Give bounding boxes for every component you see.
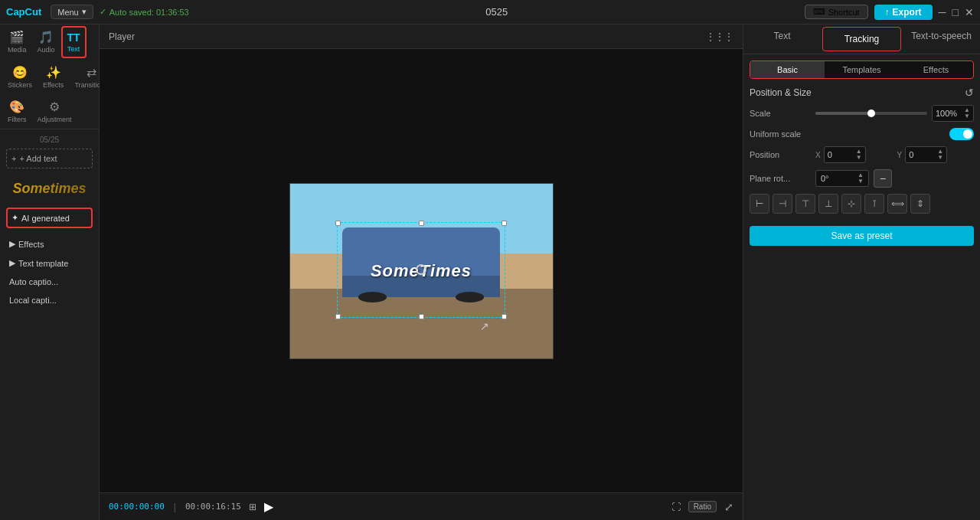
- scale-value: 100% ▲ ▼: [932, 105, 974, 122]
- distribute-h[interactable]: ⟺: [887, 194, 907, 214]
- autosave-status: ✓ Auto saved: 01:36:53: [100, 7, 189, 17]
- main-area: 🎬 Media 🎵 Audio TT Text 😊 Stickers ✨ Eff…: [0, 25, 980, 520]
- menu-button[interactable]: Menu ▾: [51, 5, 93, 19]
- uniform-scale-toggle[interactable]: [949, 128, 974, 140]
- plane-down[interactable]: ▼: [858, 178, 864, 185]
- distribute-v[interactable]: ⇕: [910, 194, 930, 214]
- menu-dropdown-icon: ▾: [82, 7, 87, 17]
- scale-slider[interactable]: [815, 112, 927, 115]
- auto-caption-item[interactable]: Auto captio...: [6, 273, 93, 291]
- align-top[interactable]: ⊥: [818, 194, 838, 214]
- preview-area: SomeTimes ↗: [100, 49, 743, 492]
- uniform-scale-label: Uniform scale: [750, 129, 949, 139]
- sub-tab-effects[interactable]: Effects: [899, 61, 973, 78]
- uniform-scale-row: Uniform scale: [750, 128, 974, 140]
- rotation-handle[interactable]: [416, 264, 426, 275]
- nav-text[interactable]: TT Text: [61, 26, 87, 58]
- minimize-button[interactable]: ─: [939, 6, 946, 18]
- video-background: SomeTimes ↗: [290, 184, 553, 358]
- save-preset-button[interactable]: Save as preset: [750, 226, 974, 246]
- tab-text[interactable]: Text: [743, 25, 821, 54]
- add-text-button[interactable]: + + Add text: [6, 149, 93, 168]
- time-separator: |: [174, 502, 176, 512]
- nav-stickers[interactable]: 😊 Stickers: [3, 61, 37, 93]
- left-panel: 🎬 Media 🎵 Audio TT Text 😊 Stickers ✨ Eff…: [0, 25, 100, 520]
- maximize-button[interactable]: □: [952, 6, 959, 18]
- align-left[interactable]: ⊢: [750, 194, 769, 214]
- export-button[interactable]: ↑ Export: [874, 5, 933, 20]
- text-icon: TT: [67, 31, 80, 44]
- tab-tracking[interactable]: Tracking: [822, 27, 901, 51]
- align-center-h[interactable]: ⊣: [773, 194, 792, 214]
- check-icon: ✓: [100, 7, 106, 17]
- nav-adjustment[interactable]: ⚙ Adjustment: [33, 96, 77, 127]
- adjustment-icon: ⚙: [49, 100, 60, 114]
- fullscreen-button[interactable]: ⛶: [671, 502, 681, 512]
- nav-audio[interactable]: 🎵 Audio: [33, 26, 60, 58]
- align-row: ⊢ ⊣ ⊤ ⊥ ⊹ ⊺ ⟺ ⇕: [750, 194, 974, 214]
- grid-view-button[interactable]: ⊞: [249, 502, 256, 512]
- close-button[interactable]: ✕: [965, 6, 974, 18]
- ai-generated-button[interactable]: ✦ AI generated: [6, 208, 93, 228]
- text-template-item[interactable]: ▶ Text template: [6, 253, 93, 273]
- nav-tabs-row2: 😊 Stickers ✨ Effects ⇄ Transitions: [0, 60, 99, 94]
- align-bottom[interactable]: ⊺: [864, 194, 884, 214]
- plus-icon: +: [11, 154, 16, 163]
- filters-icon: 🎨: [9, 100, 24, 114]
- nav-tabs-row1: 🎬 Media 🎵 Audio TT Text: [0, 25, 99, 60]
- reset-button[interactable]: ↺: [965, 87, 974, 99]
- shortcut-button[interactable]: ⌨ Shortcut: [805, 5, 868, 19]
- text-preview-box: Sometimes: [6, 175, 93, 203]
- position-x-group: X 0 ▲ ▼: [815, 146, 893, 163]
- total-time: 00:00:16:15: [185, 502, 241, 512]
- media-icon: 🎬: [9, 30, 24, 44]
- handle-br: [501, 314, 507, 319]
- align-center-v[interactable]: ⊹: [841, 194, 861, 214]
- x-down[interactable]: ▼: [856, 155, 862, 161]
- triangle-icon: ▶: [9, 239, 15, 249]
- sub-tab-basic[interactable]: Basic: [750, 61, 825, 78]
- position-y-group: Y 0 ▲ ▼: [897, 146, 975, 163]
- expand-button[interactable]: ⤢: [724, 501, 733, 513]
- scale-down[interactable]: ▼: [964, 113, 970, 119]
- nav-media[interactable]: 🎬 Media: [3, 26, 31, 58]
- scale-thumb[interactable]: [867, 110, 875, 117]
- plane-stepper[interactable]: ▲ ▼: [858, 172, 864, 185]
- ratio-button[interactable]: Ratio: [688, 501, 717, 512]
- project-id: 0525: [195, 6, 799, 18]
- y-stepper[interactable]: ▲ ▼: [937, 149, 943, 161]
- local-caption-item[interactable]: Local capti...: [6, 291, 93, 309]
- align-right[interactable]: ⊤: [795, 194, 815, 214]
- transitions-icon: ⇄: [87, 65, 96, 80]
- menu-dots[interactable]: ⋮⋮⋮: [706, 31, 733, 42]
- tab-tts[interactable]: Text-to-speech: [903, 25, 980, 54]
- effects-section-item[interactable]: ▶ Effects: [6, 234, 93, 253]
- nav-filters[interactable]: 🎨 Filters: [3, 96, 31, 127]
- x-stepper[interactable]: ▲ ▼: [856, 149, 862, 161]
- text-template-icon: ▶: [9, 258, 15, 268]
- current-time: 00:00:00:00: [109, 502, 165, 512]
- position-y-input[interactable]: 0 ▲ ▼: [905, 146, 947, 163]
- position-x-input[interactable]: 0 ▲ ▼: [824, 146, 866, 163]
- handle-tm: [419, 221, 424, 226]
- y-down[interactable]: ▼: [937, 155, 943, 161]
- selection-box: ↗: [337, 222, 505, 318]
- app-logo: CapCut: [6, 6, 41, 18]
- sub-tab-templates[interactable]: Templates: [825, 61, 899, 78]
- toggle-knob: [963, 129, 972, 139]
- controls-bar: 00:00:00:00 | 00:00:16:15 ⊞ ▶ ⛶ Ratio ⤢: [100, 492, 743, 520]
- scale-stepper[interactable]: ▲ ▼: [964, 107, 970, 119]
- stickers-icon: 😊: [12, 65, 28, 80]
- sub-tabs: Basic Templates Effects: [750, 61, 974, 79]
- nav-tabs-row3: 🎨 Filters ⚙ Adjustment: [0, 94, 99, 129]
- right-panel: Text Tracking Text-to-speech Basic Templ…: [743, 25, 980, 520]
- drag-indicator: ↗: [480, 320, 489, 332]
- preview-header: Player ⋮⋮⋮: [100, 25, 743, 49]
- x-axis-label: X: [815, 151, 821, 159]
- nav-effects[interactable]: ✨ Effects: [38, 61, 68, 93]
- minus-button[interactable]: −: [874, 169, 892, 188]
- y-axis-label: Y: [897, 151, 903, 159]
- play-button[interactable]: ▶: [264, 499, 273, 514]
- position-row: Position X 0 ▲ ▼ Y 0: [750, 146, 974, 163]
- topbar: CapCut Menu ▾ ✓ Auto saved: 01:36:53 052…: [0, 0, 980, 25]
